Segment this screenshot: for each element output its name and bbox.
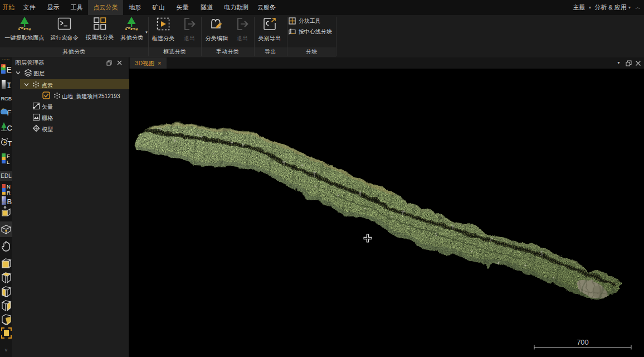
svg-text:N: N xyxy=(7,184,11,190)
svg-text:F: F xyxy=(7,153,10,159)
svg-text:T: T xyxy=(8,139,12,148)
svg-text:I: I xyxy=(7,81,11,90)
svg-text:F: F xyxy=(7,109,12,117)
svg-text:L: L xyxy=(7,159,9,165)
svg-text:E: E xyxy=(7,65,12,74)
svg-text:C: C xyxy=(7,124,12,132)
svg-text:700: 700 xyxy=(577,338,589,346)
